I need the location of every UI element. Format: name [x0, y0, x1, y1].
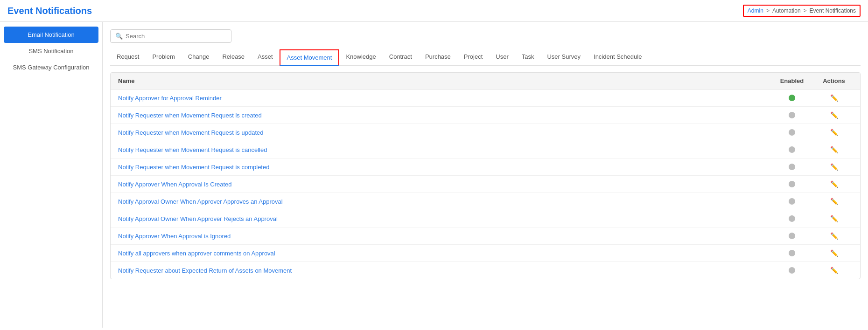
row-enabled-2 — [769, 129, 815, 136]
disabled-dot — [789, 215, 795, 222]
row-actions-3: ✏️ — [815, 146, 853, 153]
table-row: Notify Approver for Approval Reminder✏️ — [111, 89, 860, 107]
row-name-3: Notify Requester when Movement Request i… — [118, 146, 769, 153]
row-actions-6: ✏️ — [815, 198, 853, 205]
row-enabled-9 — [769, 250, 815, 256]
row-actions-8: ✏️ — [815, 232, 853, 240]
row-name-10: Notify Requester about Expected Return o… — [118, 267, 769, 274]
tab-release[interactable]: Release — [216, 49, 251, 66]
notification-table: Name Enabled Actions Notify Approver for… — [110, 72, 861, 279]
tab-asset[interactable]: Asset — [251, 49, 280, 66]
row-enabled-5 — [769, 181, 815, 187]
breadcrumb-sep1: > — [766, 7, 770, 14]
disabled-dot — [789, 233, 795, 239]
edit-button[interactable]: ✏️ — [830, 129, 838, 136]
row-actions-9: ✏️ — [815, 249, 853, 257]
tab-task[interactable]: Task — [515, 49, 541, 66]
row-enabled-7 — [769, 215, 815, 222]
sidebar-item-email[interactable]: Email Notification — [4, 27, 98, 43]
breadcrumb: Admin > Automation > Event Notifications — [743, 5, 861, 17]
table-row: Notify Requester when Movement Request i… — [111, 107, 860, 124]
tab-request[interactable]: Request — [110, 49, 146, 66]
main-content: 🔍 RequestProblemChangeReleaseAssetAsset … — [103, 22, 868, 328]
search-icon: 🔍 — [115, 33, 123, 40]
page-title: Event Notifications — [7, 6, 92, 16]
table-row: Notify Requester when Movement Request i… — [111, 158, 860, 176]
tab-contract[interactable]: Contract — [383, 49, 419, 66]
breadcrumb-sep2: > — [804, 7, 807, 14]
table-row: Notify Approver When Approval is Ignored… — [111, 227, 860, 245]
disabled-dot — [789, 112, 795, 118]
edit-button[interactable]: ✏️ — [830, 215, 838, 222]
edit-button[interactable]: ✏️ — [830, 146, 838, 153]
col-header-name: Name — [118, 77, 769, 84]
edit-button[interactable]: ✏️ — [830, 249, 838, 257]
row-name-0: Notify Approver for Approval Reminder — [118, 95, 769, 102]
edit-button[interactable]: ✏️ — [830, 111, 838, 119]
col-header-actions: Actions — [815, 77, 853, 84]
col-header-enabled: Enabled — [769, 77, 815, 84]
row-name-7: Notify Approval Owner When Approver Reje… — [118, 215, 769, 222]
tabs-container: RequestProblemChangeReleaseAssetAsset Mo… — [110, 49, 861, 66]
table-row: Notify Requester about Expected Return o… — [111, 262, 860, 279]
disabled-dot — [789, 250, 795, 256]
edit-button[interactable]: ✏️ — [830, 180, 838, 188]
disabled-dot — [789, 267, 795, 274]
disabled-dot — [789, 198, 795, 205]
row-name-4: Notify Requester when Movement Request i… — [118, 164, 769, 171]
row-name-6: Notify Approval Owner When Approver Appr… — [118, 198, 769, 205]
header: Event Notifications Admin > Automation >… — [0, 0, 868, 22]
disabled-dot — [789, 146, 795, 153]
row-enabled-8 — [769, 233, 815, 239]
table-row: Notify Requester when Movement Request i… — [111, 124, 860, 141]
tab-user[interactable]: User — [489, 49, 515, 66]
row-name-8: Notify Approver When Approval is Ignored — [118, 233, 769, 240]
table-row: Notify all approvers when approver comme… — [111, 245, 860, 262]
tab-purchase[interactable]: Purchase — [419, 49, 457, 66]
row-name-5: Notify Approver When Approval is Created — [118, 181, 769, 188]
table-row: Notify Approval Owner When Approver Reje… — [111, 210, 860, 227]
row-actions-4: ✏️ — [815, 163, 853, 171]
tab-user-survey[interactable]: User Survey — [540, 49, 587, 66]
row-actions-7: ✏️ — [815, 215, 853, 222]
row-enabled-10 — [769, 267, 815, 274]
sidebar: Email NotificationSMS NotificationSMS Ga… — [0, 22, 103, 328]
breadcrumb-current: Event Notifications — [810, 7, 856, 14]
row-enabled-6 — [769, 198, 815, 205]
search-bar[interactable]: 🔍 — [110, 29, 231, 43]
row-enabled-0 — [769, 95, 815, 101]
row-name-1: Notify Requester when Movement Request i… — [118, 112, 769, 119]
table-header: Name Enabled Actions — [111, 73, 860, 89]
tab-project[interactable]: Project — [457, 49, 489, 66]
breadcrumb-automation[interactable]: Automation — [772, 7, 801, 14]
row-enabled-1 — [769, 112, 815, 118]
edit-button[interactable]: ✏️ — [830, 267, 838, 274]
breadcrumb-admin[interactable]: Admin — [748, 7, 763, 14]
tab-change[interactable]: Change — [182, 49, 216, 66]
edit-button[interactable]: ✏️ — [830, 232, 838, 240]
sidebar-item-sms[interactable]: SMS Notification — [0, 43, 102, 59]
disabled-dot — [789, 164, 795, 170]
table-row: Notify Approver When Approval is Created… — [111, 176, 860, 193]
row-actions-10: ✏️ — [815, 267, 853, 274]
disabled-dot — [789, 181, 795, 187]
row-actions-5: ✏️ — [815, 180, 853, 188]
edit-button[interactable]: ✏️ — [830, 198, 838, 205]
tab-problem[interactable]: Problem — [146, 49, 181, 66]
table-row: Notify Requester when Movement Request i… — [111, 141, 860, 158]
search-input[interactable] — [126, 33, 226, 40]
row-actions-1: ✏️ — [815, 111, 853, 119]
sidebar-item-gateway[interactable]: SMS Gateway Configuration — [0, 59, 102, 76]
tab-asset-movement[interactable]: Asset Movement — [280, 49, 340, 66]
edit-button[interactable]: ✏️ — [830, 163, 838, 171]
tab-incident-schedule[interactable]: Incident Schedule — [587, 49, 648, 66]
row-enabled-4 — [769, 164, 815, 170]
table-row: Notify Approval Owner When Approver Appr… — [111, 193, 860, 210]
row-actions-2: ✏️ — [815, 129, 853, 136]
main-layout: Email NotificationSMS NotificationSMS Ga… — [0, 22, 868, 328]
tab-knowledge[interactable]: Knowledge — [339, 49, 382, 66]
edit-button[interactable]: ✏️ — [830, 94, 838, 102]
row-actions-0: ✏️ — [815, 94, 853, 102]
row-name-2: Notify Requester when Movement Request i… — [118, 129, 769, 136]
row-name-9: Notify all approvers when approver comme… — [118, 250, 769, 257]
